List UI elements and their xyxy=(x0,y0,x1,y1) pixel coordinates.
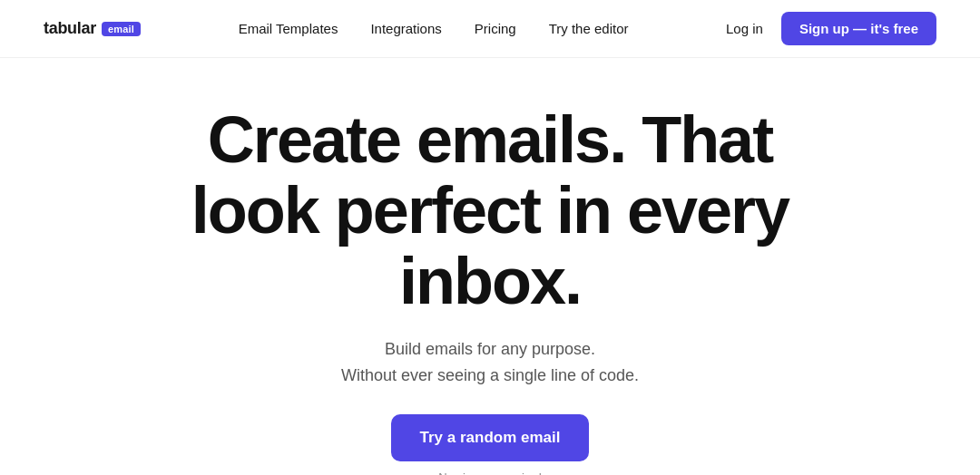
hero-cta-button[interactable]: Try a random email xyxy=(391,414,590,461)
logo-badge: email xyxy=(102,22,141,36)
hero-section: Create emails. That look perfect in ever… xyxy=(0,58,980,475)
logo[interactable]: tabular email xyxy=(44,19,141,38)
hero-subtitle: Build emails for any purpose. Without ev… xyxy=(341,336,639,389)
login-link[interactable]: Log in xyxy=(726,21,763,36)
signup-button[interactable]: Sign up — it's free xyxy=(781,12,936,45)
nav-right: Log in Sign up — it's free xyxy=(726,12,936,45)
nav-item-pricing[interactable]: Pricing xyxy=(475,21,516,37)
hero-title: Create emails. That look perfect in ever… xyxy=(172,105,808,316)
hero-content: Create emails. That look perfect in ever… xyxy=(0,58,980,475)
hero-note: No sign up required xyxy=(438,470,541,475)
nav-links: Email Templates Integrations Pricing Try… xyxy=(239,21,629,37)
navbar: tabular email Email Templates Integratio… xyxy=(0,0,980,58)
nav-item-try-editor[interactable]: Try the editor xyxy=(549,21,629,37)
nav-item-integrations[interactable]: Integrations xyxy=(370,21,441,37)
nav-item-email-templates[interactable]: Email Templates xyxy=(239,21,338,37)
logo-text: tabular xyxy=(44,19,96,38)
